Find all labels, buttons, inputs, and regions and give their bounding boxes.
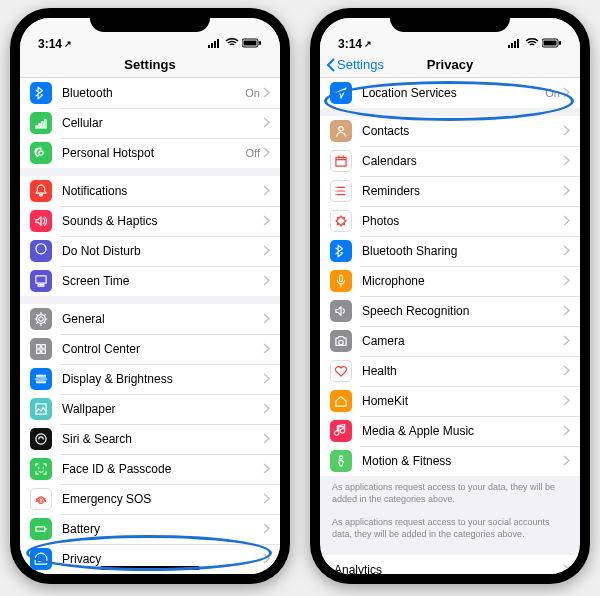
row-media-apple-music[interactable]: Media & Apple Music — [320, 416, 580, 446]
row-general[interactable]: General — [20, 304, 280, 334]
row-microphone[interactable]: Microphone — [320, 266, 580, 296]
chevron-right-icon — [563, 212, 570, 230]
row-value: On — [545, 87, 560, 99]
row-label: Bluetooth — [62, 86, 245, 100]
row-notifications[interactable]: Notifications — [20, 176, 280, 206]
chevron-right-icon — [563, 272, 570, 290]
chevron-right-icon — [563, 302, 570, 320]
row-label: HomeKit — [362, 394, 563, 408]
sos-icon: SOS — [30, 488, 52, 510]
chevron-right-icon — [263, 400, 270, 418]
row-control-center[interactable]: Control Center — [20, 334, 280, 364]
row-personal-hotspot[interactable]: Personal HotspotOff — [20, 138, 280, 168]
row-label: Personal Hotspot — [62, 146, 246, 160]
row-camera[interactable]: Camera — [320, 326, 580, 356]
row-display-brightness[interactable]: Display & Brightness — [20, 364, 280, 394]
svg-rect-6 — [259, 41, 261, 45]
screen-left: 3:14 ↗ Settings BluetoothOnCellularPerso… — [20, 18, 280, 574]
row-calendars[interactable]: Calendars — [320, 146, 580, 176]
chevron-right-icon — [563, 452, 570, 470]
media-icon — [330, 420, 352, 442]
health-icon — [330, 360, 352, 382]
row-label: Calendars — [362, 154, 563, 168]
back-button[interactable]: Settings — [326, 57, 384, 72]
row-label: Control Center — [62, 342, 263, 356]
row-siri-search[interactable]: Siri & Search — [20, 424, 280, 454]
row-location-services[interactable]: Location ServicesOn — [320, 78, 580, 108]
svg-rect-8 — [508, 45, 510, 48]
row-label: Bluetooth Sharing — [362, 244, 563, 258]
row-label: Sounds & Haptics — [62, 214, 263, 228]
page-title: Settings — [124, 57, 175, 72]
row-label: Battery — [62, 522, 263, 536]
row-emergency-sos[interactable]: SOSEmergency SOS — [20, 484, 280, 514]
row-do-not-disturb[interactable]: Do Not Disturb — [20, 236, 280, 266]
chevron-right-icon — [263, 144, 270, 162]
status-time: 3:14 — [338, 37, 362, 51]
display-icon — [30, 368, 52, 390]
general-icon — [30, 308, 52, 330]
screentime-icon — [30, 270, 52, 292]
svg-rect-10 — [514, 41, 516, 48]
row-homekit[interactable]: HomeKit — [320, 386, 580, 416]
wifi-icon — [525, 37, 539, 51]
chevron-right-icon — [263, 242, 270, 260]
row-battery[interactable]: Battery — [20, 514, 280, 544]
row-analytics[interactable]: Analytics — [320, 555, 580, 574]
footer-text-1: As applications request access to your d… — [320, 476, 580, 511]
svg-rect-3 — [217, 39, 219, 48]
row-health[interactable]: Health — [320, 356, 580, 386]
svg-text:SOS: SOS — [36, 497, 47, 503]
row-label: Media & Apple Music — [362, 424, 563, 438]
row-bluetooth[interactable]: BluetoothOn — [20, 78, 280, 108]
page-title: Privacy — [427, 57, 473, 72]
row-label: General — [62, 312, 263, 326]
chevron-right-icon — [263, 84, 270, 102]
battery-icon — [542, 37, 562, 51]
row-label: Analytics — [334, 563, 563, 574]
chevron-right-icon — [563, 242, 570, 260]
row-label: Health — [362, 364, 563, 378]
row-label: Photos — [362, 214, 563, 228]
row-label: Camera — [362, 334, 563, 348]
photos-icon — [330, 210, 352, 232]
chevron-right-icon — [263, 182, 270, 200]
navbar-left: Settings — [20, 52, 280, 78]
contacts-icon — [330, 120, 352, 142]
row-reminders[interactable]: Reminders — [320, 176, 580, 206]
chevron-right-icon — [563, 84, 570, 102]
row-face-id-passcode[interactable]: Face ID & Passcode — [20, 454, 280, 484]
row-label: Notifications — [62, 184, 263, 198]
row-speech-recognition[interactable]: Speech Recognition — [320, 296, 580, 326]
chevron-right-icon — [263, 460, 270, 478]
notifications-icon — [30, 180, 52, 202]
row-label: Cellular — [62, 116, 263, 130]
row-photos[interactable]: Photos — [320, 206, 580, 236]
row-label: Microphone — [362, 274, 563, 288]
row-contacts[interactable]: Contacts — [320, 116, 580, 146]
row-label: Speech Recognition — [362, 304, 563, 318]
chevron-right-icon — [263, 430, 270, 448]
row-cellular[interactable]: Cellular — [20, 108, 280, 138]
signal-icon — [208, 37, 222, 51]
row-bluetooth-sharing[interactable]: Bluetooth Sharing — [320, 236, 580, 266]
row-label: Privacy — [62, 552, 263, 566]
chevron-right-icon — [263, 520, 270, 538]
row-value: On — [245, 87, 260, 99]
controlcenter-icon — [30, 338, 52, 360]
row-label: Face ID & Passcode — [62, 462, 263, 476]
row-sounds-haptics[interactable]: Sounds & Haptics — [20, 206, 280, 236]
chevron-right-icon — [563, 122, 570, 140]
chevron-right-icon — [563, 332, 570, 350]
row-motion-fitness[interactable]: Motion & Fitness — [320, 446, 580, 476]
motion-icon — [330, 450, 352, 472]
chevron-right-icon — [263, 370, 270, 388]
dnd-icon — [30, 240, 52, 262]
row-screen-time[interactable]: Screen Time — [20, 266, 280, 296]
bluetooth-icon — [30, 82, 52, 104]
chevron-right-icon — [563, 152, 570, 170]
row-wallpaper[interactable]: Wallpaper — [20, 394, 280, 424]
chevron-right-icon — [563, 561, 570, 574]
privacy-icon — [30, 548, 52, 570]
screen-right: 3:14 ↗ Settings Privacy — [320, 18, 580, 574]
